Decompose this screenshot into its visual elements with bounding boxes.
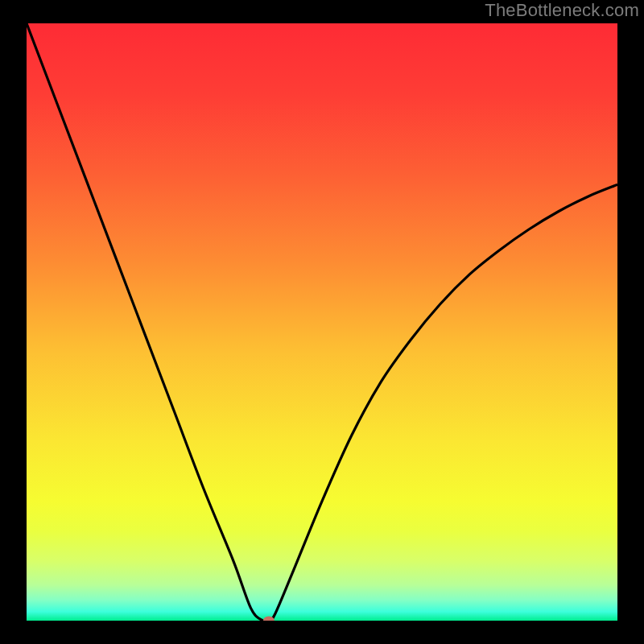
watermark-text: TheBottleneck.com [485, 0, 639, 21]
chart-frame: TheBottleneck.com [0, 0, 644, 644]
optimal-marker [263, 617, 275, 625]
bottleneck-plot [0, 0, 644, 644]
plot-background [27, 23, 617, 621]
